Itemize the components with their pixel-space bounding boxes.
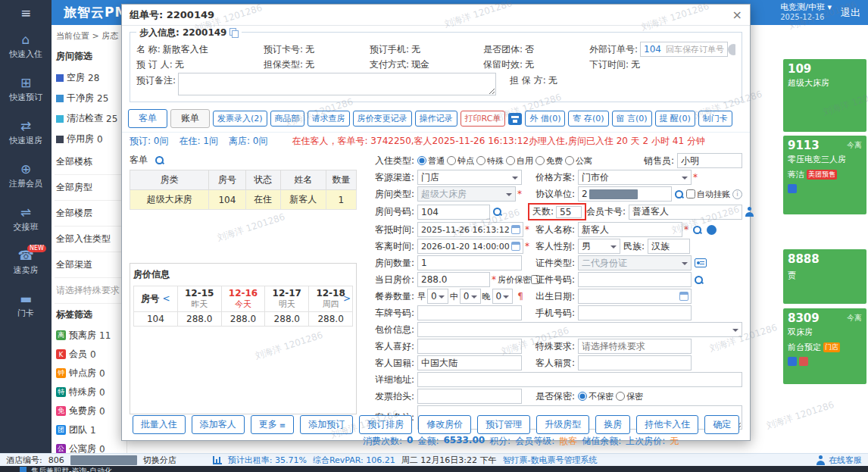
other-card-checkin-button[interactable]: 持他卡入住 xyxy=(636,415,698,434)
external-order-input[interactable]: 104 回车保存订单号 xyxy=(640,42,728,57)
logout-button[interactable]: 退出 xyxy=(841,6,860,20)
more-button[interactable]: 更多 xyxy=(251,415,294,434)
state-filter-clean[interactable]: 干净房 25 xyxy=(55,88,123,108)
search-icon[interactable] xyxy=(692,225,702,235)
days-input[interactable] xyxy=(556,206,582,218)
message-button[interactable]: 留 言(0) xyxy=(612,111,652,127)
prev-day-button[interactable]: < xyxy=(162,293,170,304)
add-booking-button[interactable]: 添加预订 xyxy=(300,415,353,434)
search-icon[interactable] xyxy=(674,189,684,199)
room-card-109[interactable]: 109 超级大床房 xyxy=(783,59,866,132)
departure-time-input[interactable]: 2026-01-20 14:00:00 xyxy=(417,239,523,254)
tag-filter-group[interactable]: 团 团队 1 xyxy=(55,420,123,439)
id-number-input[interactable] xyxy=(578,272,692,287)
search-icon[interactable] xyxy=(155,155,164,165)
filter-select-floor[interactable]: 全部楼层 xyxy=(55,201,123,227)
nationality-input[interactable] xyxy=(417,355,522,370)
printer-icon[interactable] xyxy=(508,113,522,125)
channel-select[interactable]: 门店 xyxy=(417,170,522,185)
tag-filter-due-out[interactable]: 离 预离房 11 xyxy=(55,326,123,345)
upgrade-room-button[interactable]: 升级房型 xyxy=(536,415,589,434)
shift-selector[interactable]: 电竞测/中班 ▾ 2025-12-16 xyxy=(780,2,832,22)
sidebar-item-quick-checkout[interactable]: ⇄ 快速退房 xyxy=(0,111,52,155)
member-icon[interactable] xyxy=(745,207,754,217)
tag-filter-free[interactable]: 免 免费房 0 xyxy=(55,402,123,420)
tag-filter-member[interactable]: K 会员 0 xyxy=(55,345,123,364)
chat-app-icon[interactable] xyxy=(20,467,27,472)
price-plan-select[interactable]: 门市价 xyxy=(578,170,692,185)
filter-select-staytype[interactable]: 全部入住类型 xyxy=(55,227,123,252)
room-number-input[interactable] xyxy=(417,205,490,220)
filter-select-roomtype[interactable]: 全部房型 xyxy=(55,175,123,201)
guest-table-row[interactable]: 超级大床房 104 在住 新客人 1 xyxy=(130,190,357,210)
tab-bill[interactable]: 账单 xyxy=(170,109,210,128)
filter-select-building[interactable]: 全部楼栋 xyxy=(55,149,123,175)
agreement-unit-input[interactable]: 2 xyxy=(578,186,672,202)
id-scan-icon[interactable] xyxy=(707,225,717,235)
print-rc-button[interactable]: 打印RC单 xyxy=(461,111,506,127)
member-card-input[interactable] xyxy=(629,205,742,220)
status-circle-icon[interactable] xyxy=(728,44,735,55)
batch-checkin-button[interactable]: 批量入住 xyxy=(133,415,186,434)
room-card-8888[interactable]: 8888 贾 xyxy=(783,249,866,304)
invoice-system-link[interactable]: 智打票-数电票号管理系统 xyxy=(502,455,597,466)
guest-preference-input[interactable] xyxy=(417,339,522,354)
info-icon[interactable] xyxy=(732,189,742,199)
booking-room-assign-button[interactable]: 预订排房 xyxy=(359,415,412,434)
special-request-input[interactable] xyxy=(578,339,692,354)
tab-guest-order[interactable]: 客单 xyxy=(128,109,167,128)
make-card-button[interactable]: 制门卡 xyxy=(698,111,732,127)
secret-yes-radio[interactable]: 保密 xyxy=(616,391,643,402)
sidebar-item-shift-handover[interactable]: ⇌ 交接班 xyxy=(0,198,52,241)
calendar-icon[interactable] xyxy=(511,242,520,251)
stay-type-normal[interactable]: 普通 xyxy=(417,155,445,167)
state-filter-vacant[interactable]: 空房 28 xyxy=(55,67,123,88)
stay-type-free[interactable]: 免费 xyxy=(535,155,563,167)
rate-row[interactable]: 104 288.0 288.0 288.0 288.0 xyxy=(134,312,353,327)
filter-select-special[interactable]: 请选择特殊要求 xyxy=(55,278,123,304)
add-guest-button[interactable]: 添加客人 xyxy=(192,415,245,434)
stay-type-selfuse[interactable]: 自用 xyxy=(506,155,533,167)
confirm-button[interactable]: 确定 xyxy=(704,415,739,434)
mobile-input[interactable] xyxy=(578,305,692,320)
stay-type-special[interactable]: 特殊 xyxy=(476,155,504,167)
plate-number-input[interactable] xyxy=(417,305,522,320)
sidebar-item-quick-sell[interactable]: NEW ☎ 速卖房 xyxy=(0,241,52,284)
tag-filter-apartment[interactable]: 公 公寓房 0 xyxy=(55,439,123,453)
address-input[interactable] xyxy=(417,372,742,387)
calendar-icon[interactable] xyxy=(679,292,688,301)
state-filter-inspect[interactable]: 清洁检查 25 xyxy=(55,108,123,129)
daily-rate-input[interactable] xyxy=(417,272,490,287)
menu-icon[interactable]: ≡ xyxy=(0,0,52,25)
lunch-select[interactable]: 0 xyxy=(460,289,481,304)
tag-filter-special[interactable]: 特 特殊房 0 xyxy=(55,383,123,402)
auto-bill-checkbox[interactable] xyxy=(686,189,695,198)
deposit-button[interactable]: 寄 存(0) xyxy=(568,111,608,127)
room-type-select[interactable]: 超级大床房 xyxy=(417,186,516,202)
guest-name-input[interactable] xyxy=(578,222,682,237)
copy-icon[interactable] xyxy=(229,28,239,38)
sales-input[interactable] xyxy=(677,153,742,168)
sidebar-item-door-card[interactable]: ▬ 门卡 xyxy=(0,284,52,327)
search-icon[interactable] xyxy=(492,207,502,217)
room-card-8309[interactable]: 8309 今离 双床房 前台预定 门店 xyxy=(783,308,866,384)
dinner-select[interactable]: 0 xyxy=(492,289,514,304)
id-type-select[interactable]: 二代身份证 xyxy=(578,255,692,270)
breakfast-select[interactable]: 0 xyxy=(427,289,448,304)
switch-branch-button[interactable]: 切换分店 xyxy=(143,455,176,466)
search-icon[interactable] xyxy=(694,275,704,285)
filter-select-channel[interactable]: 全部渠道 xyxy=(55,252,123,278)
reminder-button[interactable]: 提 醒(0) xyxy=(655,111,695,127)
sidebar-item-register-member[interactable]: ⊕ 注册会员 xyxy=(0,155,52,198)
goods-dept-button[interactable]: 商品部 xyxy=(270,111,304,127)
rate-change-log-button[interactable]: 房价变更记录 xyxy=(353,111,412,127)
id-card-icon[interactable] xyxy=(695,258,707,267)
birth-date-input[interactable] xyxy=(578,289,692,304)
booking-remark-textarea[interactable] xyxy=(178,73,496,95)
stay-type-apartment[interactable]: 公寓 xyxy=(565,155,592,167)
room-count-input[interactable] xyxy=(417,255,522,270)
ethnicity-input[interactable] xyxy=(648,239,690,254)
tag-filter-hourly[interactable]: 钟 钟点房 0 xyxy=(55,364,123,383)
room-card-9113[interactable]: 9113 今离 零压电竞三人房 蒋洁 美团预售 xyxy=(783,136,866,214)
modify-rate-button[interactable]: 修改房价 xyxy=(418,415,471,434)
